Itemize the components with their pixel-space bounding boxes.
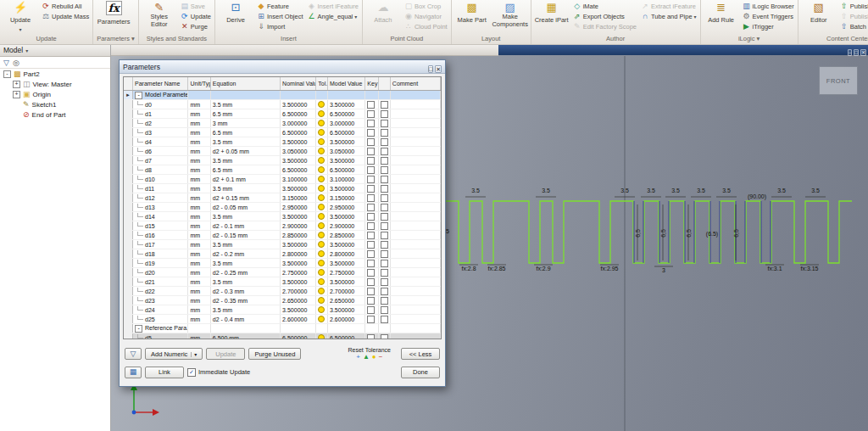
parameter-name-cell[interactable]: d4	[133, 137, 188, 147]
parameter-row[interactable]: d6mmd2 + 0.05 mm3.0500003.050000	[124, 147, 441, 156]
ribbon-button-import[interactable]: ⇓Import	[255, 21, 305, 31]
purge-unused-button[interactable]: Purge Unused	[248, 348, 301, 360]
key-checkbox[interactable]	[367, 222, 375, 230]
parameter-row[interactable]: d1mm6.5 mm6.5000006.500000	[124, 109, 441, 119]
parameter-name-cell[interactable]: d17	[133, 240, 188, 249]
parameter-name-cell[interactable]: d12	[133, 193, 188, 203]
equation-cell[interactable]: d2 + 0.15 mm	[210, 193, 280, 203]
export-checkbox[interactable]	[381, 269, 388, 277]
reset-tolerance-circle-button[interactable]: ●	[372, 354, 376, 361]
ribbon-button-ilogic-browser[interactable]: ▥iLogic Browser	[741, 1, 796, 11]
tolerance-cell[interactable]	[316, 156, 328, 165]
parameter-name-cell[interactable]: d3	[133, 128, 188, 137]
ribbon-button-tube-and-pipe[interactable]: ∩Tube and Pipe▾	[639, 11, 698, 21]
ribbon-button-publish-feature[interactable]: ⇧Publish Feature	[838, 1, 868, 11]
restore-button[interactable]: □	[854, 49, 859, 56]
parameter-name-cell[interactable]: d8	[133, 165, 188, 175]
parameter-name-cell[interactable]: d21	[133, 277, 188, 287]
comment-cell[interactable]	[390, 305, 440, 315]
key-checkbox[interactable]	[367, 250, 375, 258]
comment-cell[interactable]	[390, 147, 440, 156]
parameter-row[interactable]: d4mm3.5 mm3.5000003.500000	[124, 137, 441, 147]
parameter-name-cell[interactable]: d16	[133, 231, 188, 240]
comment-cell[interactable]	[390, 324, 440, 333]
column-header-nominal-valu[interactable]: Nominal Valu	[281, 77, 316, 91]
export-checkbox[interactable]	[381, 101, 388, 109]
parameter-name-cell[interactable]: d0	[133, 100, 188, 109]
parameter-group-row[interactable]: ►-Model Parameters	[124, 91, 441, 100]
key-checkbox[interactable]	[367, 101, 375, 109]
equation-cell[interactable]: 6.5 mm	[210, 165, 280, 175]
column-header-equation[interactable]: Equation	[210, 77, 280, 91]
equation-cell[interactable]: 6.5 mm	[210, 109, 280, 119]
export-checkbox[interactable]	[381, 334, 388, 340]
ribbon-button-rebuild-all[interactable]: ⟳Rebuild All	[40, 1, 91, 11]
document-titlebar[interactable]: –□✕	[498, 44, 868, 55]
parameter-row[interactable]: d7mm3.5 mm3.5000003.500000	[124, 156, 441, 165]
equation-cell[interactable]: d2 - 0.1 mm	[210, 221, 280, 231]
comment-cell[interactable]	[390, 193, 440, 203]
equation-cell[interactable]: 3 mm	[210, 119, 280, 128]
tolerance-cell[interactable]	[316, 333, 328, 340]
export-checkbox[interactable]	[381, 157, 388, 165]
key-checkbox[interactable]	[367, 176, 375, 183]
parameter-row[interactable]: d21mm3.5 mm3.5000003.500000	[124, 277, 441, 287]
parameter-group-row[interactable]: -Reference Para...	[124, 324, 441, 333]
equation-cell[interactable]: 3.5 mm	[210, 240, 280, 249]
ribbon-button-feature[interactable]: ◆Feature	[255, 1, 305, 11]
ribbon-button-create-ipart[interactable]: ▦Create iPart	[533, 1, 570, 28]
ribbon-button-editor[interactable]: ▧Editor	[800, 1, 837, 28]
tolerance-cell[interactable]	[316, 184, 328, 193]
parameter-row[interactable]: d3mm6.5 mm6.5000006.500000	[124, 128, 441, 137]
export-checkbox[interactable]	[381, 204, 388, 211]
export-checkbox[interactable]	[381, 250, 388, 258]
comment-cell[interactable]	[390, 231, 440, 240]
tolerance-cell[interactable]	[316, 100, 328, 109]
ribbon-button-imate[interactable]: ◇iMate	[571, 1, 638, 11]
key-checkbox[interactable]	[367, 157, 375, 165]
add-numeric-button[interactable]: Add Numeric▾	[145, 348, 203, 360]
tolerance-cell[interactable]	[316, 259, 328, 268]
export-checkbox[interactable]	[381, 185, 388, 193]
parameter-row[interactable]: d8mm6.5 mm6.5000006.500000	[124, 165, 441, 175]
ribbon-button-parameters[interactable]: fxParameters	[95, 1, 132, 30]
parameter-name-cell[interactable]: d1	[133, 109, 188, 119]
parameter-row[interactable]: d25mmd2 - 0.4 mm2.6000002.600000	[124, 315, 441, 324]
ribbon-button-purge[interactable]: ✕Purge	[179, 21, 213, 31]
ribbon-button-export-objects[interactable]: ⇗Export Objects	[571, 11, 638, 21]
tolerance-cell[interactable]	[316, 315, 328, 324]
ribbon-button-box-crop[interactable]: ▢Box Crop	[403, 1, 449, 11]
ribbon-button-insert-object[interactable]: ⊞Insert Object	[255, 11, 305, 21]
reset-tolerance-minus-button[interactable]: −	[379, 354, 383, 361]
parameter-name-cell[interactable]: d13	[133, 203, 188, 212]
tolerance-cell[interactable]	[316, 165, 328, 175]
parameter-name-cell[interactable]: d2	[133, 119, 188, 128]
collapse-icon[interactable]: -	[135, 325, 142, 333]
equation-cell[interactable]: 6.500 mm	[210, 333, 280, 340]
column-header-parameter-name[interactable]: Parameter Name	[133, 77, 188, 91]
equation-cell[interactable]: d2 - 0.05 mm	[210, 203, 280, 212]
reset-tolerance-triangle-button[interactable]: ▲	[363, 354, 370, 361]
tolerance-cell[interactable]	[316, 193, 328, 203]
comment-cell[interactable]	[390, 240, 440, 249]
tolerance-cell[interactable]	[316, 287, 328, 296]
tree-item-part2[interactable]: -▩Part2	[0, 69, 110, 79]
ribbon-button-batch-publish[interactable]: ⇧Batch Publish	[838, 21, 868, 31]
tolerance-cell[interactable]	[316, 175, 328, 184]
ribbon-panel-label-ilogic[interactable]: iLogic ▾	[703, 34, 796, 44]
equation-cell[interactable]: 6.5 mm	[210, 128, 280, 137]
equation-cell[interactable]: 3.5 mm	[210, 100, 280, 109]
equation-cell[interactable]: d2 - 0.2 mm	[210, 249, 280, 259]
export-checkbox[interactable]	[381, 194, 388, 202]
tolerance-cell[interactable]	[316, 231, 328, 240]
column-header-comment[interactable]: Comment	[390, 77, 440, 91]
parameter-name-cell[interactable]: d24	[133, 305, 188, 315]
export-checkbox[interactable]	[381, 260, 388, 267]
export-checkbox[interactable]	[381, 129, 388, 137]
less-button[interactable]: << Less	[401, 348, 440, 360]
browser-title-bar[interactable]: Model ▾	[0, 44, 110, 57]
ribbon-button-itrigger[interactable]: ▶iTrigger	[741, 21, 796, 31]
column-header-key[interactable]: Key	[365, 77, 379, 91]
export-checkbox[interactable]	[381, 316, 388, 323]
parameter-row[interactable]: d19mm3.5 mm3.5000003.500000	[124, 259, 441, 268]
